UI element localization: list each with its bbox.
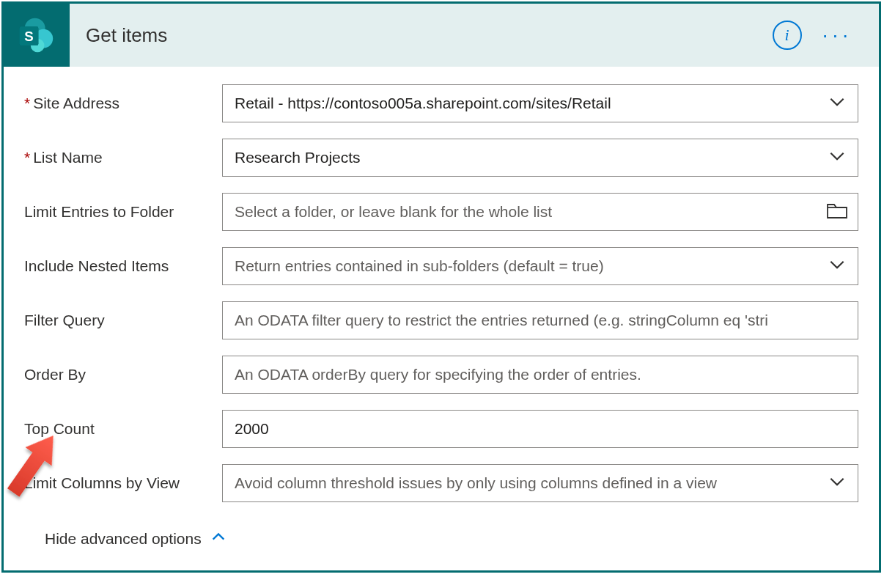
nested-dropdown[interactable]: Return entries contained in sub-folders …	[222, 247, 858, 285]
limit-cols-dropdown[interactable]: Avoid column threshold issues by only us…	[222, 464, 858, 502]
hide-advanced-toggle[interactable]: Hide advanced options	[24, 518, 858, 548]
label-top-count: Top Count	[24, 420, 222, 438]
sharepoint-icon: S	[4, 4, 70, 67]
info-icon[interactable]: i	[773, 21, 802, 50]
action-title: Get items	[70, 24, 773, 47]
chevron-up-icon	[210, 529, 226, 548]
label-orderby: Order By	[24, 366, 222, 383]
form-body: *Site Address Retail - https://contoso00…	[4, 67, 879, 570]
list-name-dropdown[interactable]: Research Projects	[222, 139, 858, 177]
label-limit-cols: Limit Columns by View	[24, 474, 222, 492]
card-header: S Get items i ···	[4, 4, 879, 67]
label-list-name: *List Name	[24, 149, 222, 166]
label-filter: Filter Query	[24, 312, 222, 329]
label-limit-folder: Limit Entries to Folder	[24, 203, 222, 221]
orderby-input[interactable]	[222, 356, 858, 394]
label-nested: Include Nested Items	[24, 257, 222, 275]
label-site-address: *Site Address	[24, 95, 222, 112]
limit-folder-input[interactable]	[222, 193, 858, 231]
action-card: S Get items i ··· *Site Address Retail -…	[1, 1, 881, 573]
more-icon[interactable]: ···	[822, 25, 852, 45]
folder-icon[interactable]	[826, 202, 848, 222]
svg-text:S: S	[24, 29, 33, 44]
top-count-input[interactable]	[222, 410, 858, 448]
filter-input[interactable]	[222, 301, 858, 339]
site-address-dropdown[interactable]: Retail - https://contoso005a.sharepoint.…	[222, 84, 858, 122]
